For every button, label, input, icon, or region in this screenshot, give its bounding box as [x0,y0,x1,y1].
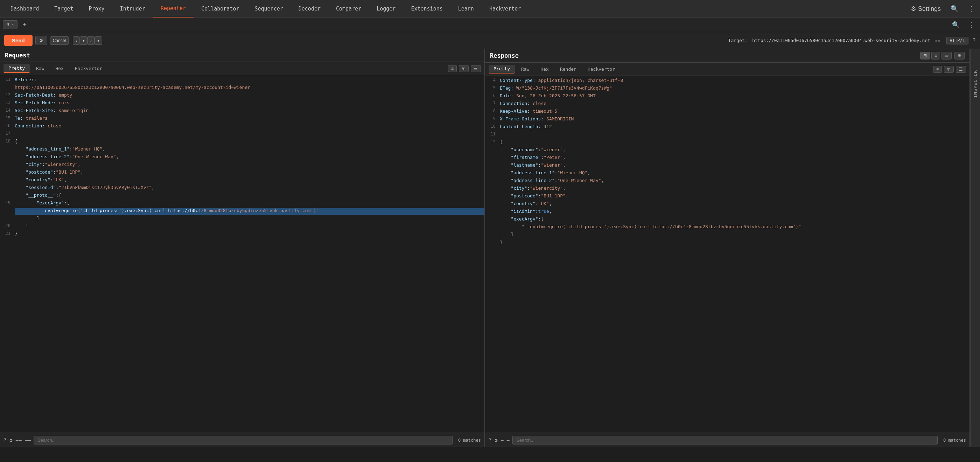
resp-list-view[interactable]: ≡ [931,52,940,59]
response-panel: Response ⊞ ≡ ▭ ⚙ Pretty Raw Hex Render H… [485,49,970,447]
nav-comparer[interactable]: Comparer [328,0,369,18]
resp-line-7: 7 Connection: close [485,100,969,108]
nav-learn[interactable]: Learn [450,0,482,18]
nav-proxy[interactable]: Proxy [81,0,112,18]
resp-tab-raw[interactable]: Raw [516,65,534,73]
resp-line-12i: "isAdmin":true, [485,208,969,216]
nav-right: ⚙ Settings 🔍 ⋮ [908,3,977,14]
req-tab-hex[interactable]: Hex [50,64,68,72]
request-header: Request [0,49,484,62]
resp-settings-icon[interactable]: ⚙ [495,437,498,443]
req-prev-icon[interactable]: ← [15,437,22,443]
tab-right-icons: 🔍 ⋮ [949,20,977,30]
req-line-11: 11 Referer: [0,76,484,84]
req-wrap-btn[interactable]: \n [459,65,469,72]
tab-bar: 3 × + 🔍 ⋮ [0,18,980,32]
req-line-21: 21 } [0,231,484,238]
help-icon[interactable]: ? [973,37,976,44]
resp-panel-view[interactable]: ▭ [942,52,951,59]
next-dropdown[interactable]: ▾ [94,37,102,45]
req-match-count: 0 matches [458,438,481,443]
nav-decoder[interactable]: Decoder [291,0,328,18]
send-button[interactable]: Send [4,35,33,46]
req-line-18b: "address_line_2":"One Wiener Way", [0,154,484,161]
search-nav-button[interactable]: 🔍 [948,3,961,14]
request-panel: Request Pretty Raw Hex Hackvertor ≡ \n ☰… [0,49,485,447]
nav-extensions[interactable]: Extensions [403,0,450,18]
req-next-icon[interactable]: → [24,437,31,443]
resp-line-12b: "firstname":"Peter", [485,155,969,162]
resp-line-12d: "address_line_1":"Wiener HQ", [485,170,969,177]
req-more-btn[interactable]: ☰ [471,65,481,72]
next-button[interactable]: › [88,37,94,45]
req-line-12: 12 Sec-Fetch-Dest: empty [0,92,484,100]
nav-intruder[interactable]: Intruder [112,0,153,18]
resp-line-12f: "city":"Wienercity", [485,185,969,193]
resp-wrap-btn[interactable]: \n [944,66,954,73]
tab-more-button[interactable]: ⋮ [965,20,977,30]
nav-dashboard[interactable]: Dashboard [3,0,46,18]
response-header: Response ⊞ ≡ ▭ ⚙ [485,49,969,63]
req-line-18e: "country":"UK", [0,177,484,185]
cancel-button[interactable]: Cancel [50,37,68,45]
resp-tab-render[interactable]: Render [555,65,581,73]
req-line-18c: "city":"Wienercity", [0,161,484,169]
nav-repeater[interactable]: Repeater [153,0,194,18]
target-label: Target: https://0a11005d03676580c1a3c12e… [729,38,930,43]
tab-3[interactable]: 3 × [3,20,18,29]
resp-line-4: 4 Content-Type: application/json; charse… [485,77,969,85]
add-tab-button[interactable]: + [20,21,29,29]
resp-tab-hex[interactable]: Hex [536,65,554,73]
nav-sequencer[interactable]: Sequencer [247,0,291,18]
req-tab-raw[interactable]: Raw [31,64,49,72]
resp-line-12j: "execArgv":[ [485,216,969,224]
req-tab-right: ≡ \n ☰ [448,65,481,72]
request-code-area[interactable]: 11 Referer: https://0a11005d03676580c1a3… [0,75,484,433]
request-title: Request [5,52,30,59]
nav-arrows: ‹ ▾ › ▾ [73,37,102,45]
main-area: Request Pretty Raw Hex Hackvertor ≡ \n ☰… [0,49,980,447]
req-line-17: 17 [0,131,484,138]
resp-next-icon[interactable]: → [506,437,510,443]
resp-line-12g: "postcode":"BU1 1RP", [485,193,969,201]
response-sub-tabs: Pretty Raw Hex Render Hackvertor ≡ \n ☰ [485,63,969,76]
req-settings-icon[interactable]: ⚙ [10,437,13,443]
response-search-input[interactable] [512,436,938,444]
resp-tab-hackvertor[interactable]: Hackvertor [583,65,620,73]
nav-target[interactable]: Target [46,0,81,18]
http-version-badge[interactable]: HTTP/1 [947,37,969,45]
nav-collaborator[interactable]: Collaborator [194,0,247,18]
resp-grid-view[interactable]: ⊞ [920,52,930,59]
target-url: https://0a11005d03676580c1a3c12e007a0004… [752,38,930,43]
inspector-label: INSPECTOR [973,70,978,98]
resp-line-12l: ] [485,231,969,239]
resp-settings-btn[interactable]: ⚙ [955,52,965,59]
inspector-sidebar: INSPECTOR [970,49,980,447]
prev-button[interactable]: ‹ [73,37,80,45]
resp-prev-icon[interactable]: ← [501,437,504,443]
req-help-icon[interactable]: ? [3,437,6,443]
req-line-14: 14 Sec-Fetch-Site: same-origin [0,107,484,115]
resp-more-btn[interactable]: ☰ [956,66,966,73]
req-tab-pretty[interactable]: Pretty [3,64,30,73]
request-search-input[interactable] [33,436,453,444]
nav-logger[interactable]: Logger [369,0,403,18]
req-line-13: 13 Sec-Fetch-Mode: cors [0,100,484,107]
resp-list-view-btn[interactable]: ≡ [933,66,942,73]
request-bottom-bar: ? ⚙ ← → 0 matches [0,433,484,447]
resp-line-6: 6 Date: Sun, 26 Feb 2023 22:56:57 GMT [485,93,969,100]
more-nav-button[interactable]: ⋮ [965,3,977,14]
resp-help-icon[interactable]: ? [488,437,492,443]
edit-target-icon[interactable]: ✏ [935,38,941,43]
resp-tab-pretty[interactable]: Pretty [488,65,515,73]
prev-dropdown[interactable]: ▾ [80,37,88,45]
gear-settings-button[interactable]: ⚙ [35,36,47,45]
toolbar: Send ⚙ Cancel ‹ ▾ › ▾ Target: https://0a… [0,32,980,49]
nav-hackvertor[interactable]: Hackvertor [482,0,528,18]
req-list-view[interactable]: ≡ [448,65,457,72]
req-tab-hackvertor[interactable]: Hackvertor [70,64,107,72]
settings-button[interactable]: ⚙ Settings [908,3,943,14]
response-code-area[interactable]: 4 Content-Type: application/json; charse… [485,76,969,433]
tab-close-icon[interactable]: × [11,22,14,27]
tab-search-button[interactable]: 🔍 [949,20,963,30]
